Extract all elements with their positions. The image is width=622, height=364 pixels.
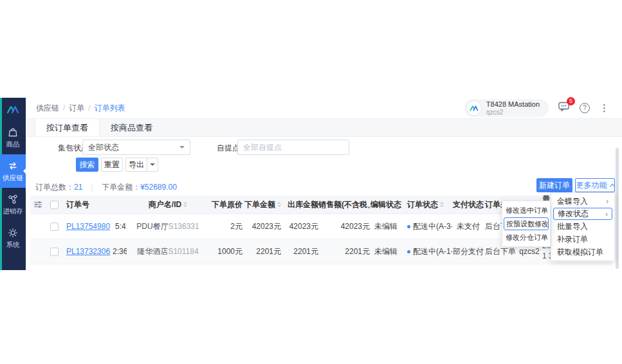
breadcrumb-separator: /	[63, 104, 65, 113]
order-no-cell: PL13732306 2:36	[62, 247, 127, 256]
order-link[interactable]: PL13732306	[66, 247, 110, 256]
order-source: 后台下单	[484, 246, 517, 257]
operator: qzcs2	[517, 247, 542, 256]
sidebar-item-system[interactable]: 系统	[0, 221, 26, 255]
header-order-status: 订单状态	[402, 199, 452, 210]
header-original-price: 下单原价	[209, 199, 242, 210]
header-order-no: 订单号	[62, 199, 127, 210]
sidebar-item-label: 进销存	[3, 207, 23, 216]
modify-status-submenu: 修改选中订单 按预设数修改 修改分仓订单	[502, 201, 551, 247]
breadcrumb-current-order-list[interactable]: 订单列表	[95, 103, 125, 114]
sidebar-item-label: 商品	[6, 140, 20, 149]
menu-item-get-simulated-orders[interactable]: 获取模拟订单	[551, 246, 614, 259]
order-amount-label: 下单金额：	[102, 183, 140, 192]
sort-icon[interactable]	[183, 200, 187, 209]
order-amount: 2201元	[242, 246, 281, 257]
more-actions-menu: 金蝶导入 › 修改状态 › 批量导入 补录订单 获取模拟订单	[551, 192, 615, 261]
topbar: 供应链 / 订单 / 订单列表 T8428 MAstation qzcs2 5 …	[26, 98, 622, 119]
select-all-checkbox[interactable]	[50, 201, 59, 209]
merchant-name: PDU餐厅	[136, 222, 168, 231]
user-account-pill[interactable]: T8428 MAstation qzcs2	[464, 99, 549, 117]
merchant-id: S101184	[168, 247, 198, 256]
menu-item-label: 批量导入	[557, 221, 588, 232]
submenu-item-modify-split-warehouse[interactable]: 修改分仓订单	[502, 230, 550, 244]
tab-product-view[interactable]: 按商品查看	[100, 119, 163, 136]
pay-status: 未支付	[452, 221, 484, 232]
menu-item-kingdee-import[interactable]: 金蝶导入 ›	[551, 195, 614, 208]
inventory-icon	[7, 194, 19, 205]
avatar	[466, 100, 482, 116]
search-button[interactable]: 搜索	[76, 158, 98, 172]
menu-item-label: 获取模拟订单	[557, 247, 603, 258]
breadcrumb: 供应链 / 订单 / 订单列表	[36, 103, 125, 114]
menu-item-label: 修改状态	[558, 208, 589, 219]
order-time: 5:41	[115, 222, 127, 231]
edit-status: 未编辑	[370, 221, 402, 232]
header-pay-status: 支付状态	[452, 199, 484, 210]
merchant-cell: 隆华酒店S101184	[127, 246, 209, 257]
more-options-icon[interactable]: ⋮	[599, 103, 609, 113]
messages-button[interactable]: 5	[558, 102, 570, 114]
menu-item-label: 金蝶导入	[557, 196, 588, 207]
row-checkbox-cell	[46, 223, 62, 231]
order-status-cell: 配送中(A-3-1)	[402, 221, 452, 232]
breadcrumb-separator: /	[88, 104, 90, 113]
chevron-down-icon	[179, 146, 185, 151]
notification-badge: 5	[567, 97, 575, 105]
help-icon[interactable]: ?	[580, 103, 590, 113]
menu-item-batch-import[interactable]: 批量导入	[551, 220, 614, 233]
sidebar-item-supply-chain[interactable]: 供应链	[0, 154, 26, 188]
submenu-item-modify-by-preset[interactable]: 按预设数修改	[504, 217, 549, 230]
status-dot	[407, 250, 410, 253]
caret-down-icon	[150, 163, 155, 168]
package-status-select[interactable]: 全部状态	[82, 140, 190, 155]
merchant-name: 隆华酒店	[137, 247, 168, 256]
vertical-scrollbar[interactable]	[616, 148, 619, 269]
select-all-checkbox-cell	[46, 201, 62, 209]
tab-order-view[interactable]: 按订单查看	[35, 119, 100, 136]
submenu-arrow-icon: ›	[606, 197, 608, 206]
merchant-cell: PDU餐厅S136331	[127, 221, 209, 232]
row-checkbox[interactable]	[50, 223, 59, 231]
original-price: 2元	[209, 221, 242, 232]
edit-status: 未编辑	[370, 246, 402, 257]
sort-icon[interactable]	[440, 200, 444, 209]
submenu-item-modify-selected[interactable]: 修改选中订单	[502, 203, 550, 217]
page-canvas: 商品 供应链 进销存 系统 供应链 / 订单 / 订单列表	[0, 0, 622, 364]
export-dropdown-button[interactable]	[147, 158, 158, 172]
breadcrumb-link-orders[interactable]: 订单	[69, 103, 84, 114]
pickup-point-input[interactable]	[237, 140, 349, 155]
order-time: 2:36	[113, 247, 127, 256]
breadcrumb-link-supply-chain[interactable]: 供应链	[36, 103, 59, 114]
header-outbound-amount: 出库金额	[281, 199, 318, 210]
summary-divider: ｜	[88, 183, 96, 192]
header-edit-status: 编辑状态	[370, 199, 402, 210]
more-actions-button[interactable]: 更多功能	[575, 178, 615, 192]
sidebar-item-goods[interactable]: 商品	[0, 121, 26, 154]
order-link[interactable]: PL13754980	[66, 222, 110, 231]
outbound-amount: 2201元	[281, 246, 318, 257]
original-price: 1000元	[209, 246, 242, 257]
order-status: 配送中(A-3-1)	[413, 221, 452, 232]
user-info: T8428 MAstation qzcs2	[486, 100, 540, 116]
export-button[interactable]: 导出	[125, 158, 147, 172]
sales-amount: 42023元	[318, 221, 370, 232]
column-settings-button[interactable]	[30, 201, 46, 208]
row-checkbox[interactable]	[50, 248, 59, 256]
sidebar-item-inventory[interactable]: 进销存	[0, 188, 26, 221]
app-logo[interactable]	[0, 98, 26, 121]
topbar-right: T8428 MAstation qzcs2 5 ? ⋮	[464, 99, 609, 117]
pay-status: 部分支付	[452, 246, 484, 257]
more-actions-label: 更多功能	[576, 179, 607, 192]
header-order-amount-label: 下单金额	[244, 199, 275, 210]
menu-item-label: 补录订单	[557, 234, 588, 245]
reset-button[interactable]: 重置	[101, 158, 123, 172]
new-order-button[interactable]: 新建订单	[536, 178, 572, 192]
column-settings-icon	[33, 201, 42, 208]
header-merchant-label: 商户名/ID	[149, 199, 181, 210]
order-status: 配送中(A-1-1)	[413, 246, 452, 257]
user-account: qzcs2	[486, 109, 540, 116]
merchant-id: S136331	[169, 222, 199, 231]
menu-item-supplement-order[interactable]: 补录订单	[551, 233, 614, 246]
menu-item-modify-status[interactable]: 修改状态 ›	[553, 208, 612, 220]
